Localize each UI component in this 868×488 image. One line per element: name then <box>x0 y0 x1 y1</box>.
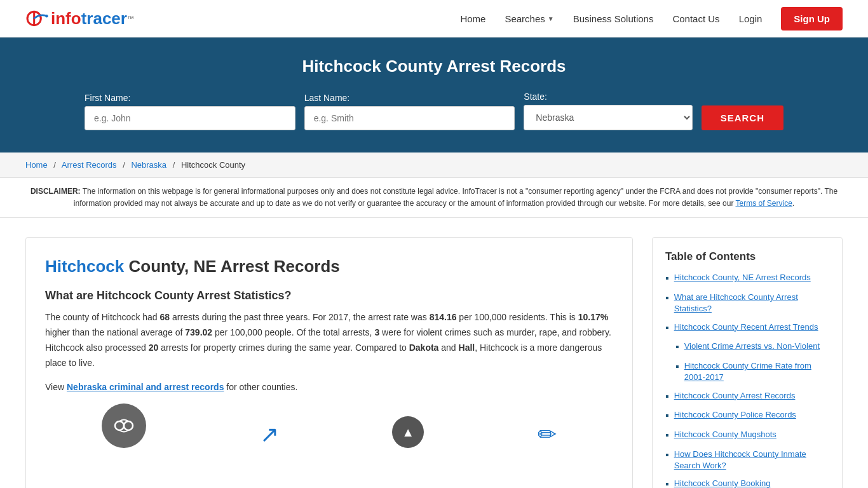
first-name-label: First Name: <box>85 93 295 103</box>
breadcrumb-nebraska[interactable]: Nebraska <box>131 160 166 170</box>
toc-link-5[interactable]: Hitchcock County Arrest Records <box>674 390 796 402</box>
bullet-icon: ▪ <box>665 322 669 335</box>
hero-title: Hitchcock County Arrest Records <box>25 57 843 76</box>
toc-heading: Table of Contents <box>665 250 829 263</box>
bullet-icon: ▪ <box>665 409 669 423</box>
toc-link-9[interactable]: Hitchcock County Booking <box>674 478 771 488</box>
article-paragraph2: View Nebraska criminal and arrest record… <box>45 380 613 395</box>
bullet-icon: ▪ <box>675 341 679 354</box>
toc-item-7: ▪ Hitchcock County Mugshots <box>665 429 829 442</box>
section1-heading: What are Hitchcock County Arrest Statist… <box>45 289 613 302</box>
toc-item-8: ▪ How Does Hitchcock County Inmate Searc… <box>665 449 829 471</box>
scroll-top-button[interactable]: ▲ <box>392 416 424 448</box>
breadcrumb: Home / Arrest Records / Nebraska / Hitch… <box>0 152 868 178</box>
toc-link-4[interactable]: Hitchcock County Crime Rate from 2001-20… <box>684 360 829 383</box>
toc-link-3[interactable]: Violent Crime Arrests vs. Non-Violent <box>684 341 820 352</box>
toc-link-6[interactable]: Hitchcock County Police Records <box>674 409 796 421</box>
disclaimer-end: . <box>792 199 794 208</box>
logo-tm: ™ <box>127 15 134 22</box>
violent-num: 3 <box>374 327 379 337</box>
state-group: State: Nebraska <box>524 92 692 130</box>
breadcrumb-sep1: / <box>53 160 56 170</box>
toc-item-6: ▪ Hitchcock County Police Records <box>665 409 829 423</box>
sidebar: Table of Contents ▪ Hitchcock County, NE… <box>652 237 843 488</box>
toc-link-1[interactable]: What are Hitchcock County Arrest Statist… <box>674 292 829 315</box>
disclaimer-body: The information on this webpage is for g… <box>74 187 837 208</box>
svg-point-3 <box>115 421 124 430</box>
disclaimer-bar: DISCLAIMER: The information on this webp… <box>0 178 868 218</box>
breadcrumb-sep3: / <box>173 160 175 170</box>
logo-text-red: info <box>51 9 81 29</box>
breadcrumb-sep2: / <box>123 160 125 170</box>
toc-link-7[interactable]: Hitchcock County Mugshots <box>674 429 776 440</box>
last-name-group: Last Name: <box>304 93 515 130</box>
hero-section: Hitchcock County Arrest Records First Na… <box>0 37 868 152</box>
county2: Hall <box>459 342 475 353</box>
breadcrumb-home[interactable]: Home <box>25 160 48 170</box>
article-paragraph1: The county of Hitchcock had 68 arrests d… <box>45 310 613 370</box>
bullet-icon: ▪ <box>675 360 679 374</box>
higher-pct: 10.17% <box>578 312 608 322</box>
disclaimer-label: DISCLAIMER: <box>31 187 81 196</box>
nav-searches[interactable]: Searches ▼ <box>505 13 553 24</box>
nav-home[interactable]: Home <box>460 13 485 24</box>
last-name-label: Last Name: <box>304 93 515 103</box>
toc-item-3: ▪ Violent Crime Arrests vs. Non-Violent <box>675 341 829 354</box>
toc-box: Table of Contents ▪ Hitchcock County, NE… <box>652 237 843 488</box>
toc-item-1: ▪ What are Hitchcock County Arrest Stati… <box>665 292 829 315</box>
arrests-num: 68 <box>160 312 170 322</box>
chevron-down-icon: ▼ <box>548 15 554 22</box>
icon-item-scroll-top[interactable]: ▲ <box>392 416 424 448</box>
icon-item-pencil: ✏ <box>538 421 557 448</box>
terms-of-service-link[interactable]: Terms of Service <box>736 199 792 208</box>
bullet-icon: ▪ <box>665 429 669 442</box>
svg-point-2 <box>45 15 48 18</box>
logo[interactable]: infotracer™ <box>25 6 134 30</box>
logo-icon <box>25 6 50 30</box>
article: Hitchcock County, NE Arrest Records What… <box>25 237 633 488</box>
toc-list: ▪ Hitchcock County, NE Arrest Records ▪ … <box>665 272 829 488</box>
nav-login[interactable]: Login <box>739 13 763 24</box>
state-label: State: <box>524 92 692 102</box>
icon-item-arrow-up: ↗ <box>260 421 279 448</box>
toc-item-0: ▪ Hitchcock County, NE Arrest Records <box>665 272 829 285</box>
toc-item-2: ▪ Hitchcock County Recent Arrest Trends <box>665 322 829 335</box>
header: infotracer™ Home Searches ▼ Business Sol… <box>0 0 868 37</box>
main-content: Hitchcock County, NE Arrest Records What… <box>0 218 868 488</box>
icons-row: ↗ ▲ ✏ <box>45 403 613 448</box>
search-form: First Name: Last Name: State: Nebraska S… <box>85 92 783 130</box>
article-title-rest: County, NE Arrest Records <box>124 257 340 276</box>
nebraska-records-link[interactable]: Nebraska criminal and arrest records <box>67 382 224 392</box>
icon-item-handcuffs <box>102 403 146 448</box>
article-title: Hitchcock County, NE Arrest Records <box>45 257 613 276</box>
state-select[interactable]: Nebraska <box>524 105 692 130</box>
bullet-icon: ▪ <box>665 390 669 403</box>
toc-link-2[interactable]: Hitchcock County Recent Arrest Trends <box>674 322 818 333</box>
bullet-icon: ▪ <box>665 292 669 305</box>
national-avg: 739.02 <box>185 327 212 337</box>
toc-link-8[interactable]: How Does Hitchcock County Inmate Search … <box>674 449 829 471</box>
logo-text-blue: tracer <box>81 9 127 29</box>
nav-contact-us[interactable]: Contact Us <box>672 13 719 24</box>
rate-num: 814.16 <box>430 312 457 322</box>
first-name-input[interactable] <box>85 106 295 130</box>
pencil-icon: ✏ <box>538 421 557 448</box>
toc-item-9: ▪ Hitchcock County Booking <box>665 478 829 488</box>
arrow-up-icon: ↗ <box>260 421 279 448</box>
main-nav: Home Searches ▼ Business Solutions Conta… <box>460 7 843 30</box>
bullet-icon: ▪ <box>665 478 669 488</box>
toc-link-0[interactable]: Hitchcock County, NE Arrest Records <box>674 272 811 283</box>
breadcrumb-arrest-records[interactable]: Arrest Records <box>62 160 117 170</box>
first-name-group: First Name: <box>85 93 295 130</box>
toc-item-4: ▪ Hitchcock County Crime Rate from 2001-… <box>675 360 829 383</box>
article-title-highlight: Hitchcock <box>45 257 124 276</box>
last-name-input[interactable] <box>304 106 515 130</box>
nav-signup[interactable]: Sign Up <box>781 7 843 30</box>
county1: Dakota <box>409 342 439 353</box>
nav-business-solutions[interactable]: Business Solutions <box>573 13 654 24</box>
search-button[interactable]: SEARCH <box>702 105 783 130</box>
handcuffs-icon <box>102 403 146 448</box>
bullet-icon: ▪ <box>665 449 669 462</box>
property-num: 20 <box>149 342 159 353</box>
breadcrumb-current: Hitchcock County <box>181 160 245 170</box>
